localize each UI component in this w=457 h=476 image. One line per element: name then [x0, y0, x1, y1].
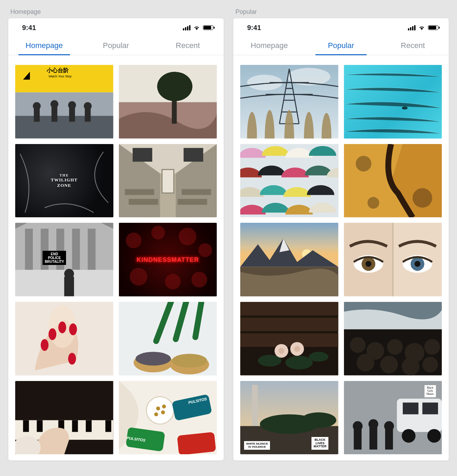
svg-point-39: [198, 244, 212, 257]
svg-rect-19: [162, 169, 174, 193]
grid-homepage: 小心台阶 Watch Your Step: [8, 55, 224, 456]
svg-point-127: [301, 412, 336, 428]
tile-red-nails-glass[interactable]: [15, 302, 113, 375]
status-time: 9:41: [247, 24, 261, 32]
wifi-icon: [193, 25, 200, 30]
svg-rect-25: [184, 148, 203, 162]
tile-roses-dark-wall[interactable]: [240, 302, 338, 375]
tab-recent[interactable]: Recent: [377, 37, 449, 55]
svg-point-48: [69, 323, 77, 335]
svg-point-36: [125, 233, 141, 248]
svg-point-111: [294, 346, 300, 352]
svg-point-114: [350, 337, 365, 353]
status-bar: 9:41: [233, 18, 449, 37]
svg-point-87: [412, 188, 432, 208]
signal-icon: [408, 25, 416, 30]
svg-rect-23: [178, 199, 207, 204]
neon-text: KINDNESSMATTER: [137, 256, 199, 263]
screen-label-homepage: Homepage: [10, 8, 224, 16]
tile-two-eyes[interactable]: [344, 223, 442, 296]
tile-palm-bowls[interactable]: [119, 302, 217, 375]
svg-rect-64: [86, 420, 92, 432]
svg-point-46: [48, 328, 56, 340]
svg-point-72: [162, 404, 166, 408]
svg-point-119: [356, 354, 374, 371]
svg-point-118: [424, 339, 440, 355]
tile-turquoise-water[interactable]: [344, 65, 442, 139]
svg-rect-61: [37, 420, 43, 432]
protest-sign: END POLICE BRUTALITY: [43, 251, 66, 265]
svg-rect-28: [25, 229, 33, 270]
svg-rect-135: [354, 428, 362, 449]
svg-point-106: [285, 356, 313, 370]
svg-point-45: [41, 339, 49, 351]
svg-point-120: [380, 356, 398, 373]
svg-point-14: [157, 72, 192, 101]
tile-mountain-sunset[interactable]: [240, 223, 338, 296]
svg-point-88: [367, 197, 379, 209]
svg-rect-63: [72, 420, 78, 432]
tab-homepage[interactable]: Homepage: [233, 37, 305, 55]
svg-point-57: [172, 354, 207, 368]
svg-rect-21: [129, 199, 158, 204]
tab-homepage[interactable]: Homepage: [8, 37, 80, 55]
tile-piano-hands[interactable]: [15, 381, 113, 455]
caption-cn: 小心台阶: [47, 67, 69, 74]
svg-point-116: [387, 339, 402, 355]
svg-rect-60: [23, 420, 29, 432]
svg-rect-75: [177, 432, 216, 454]
tile-protest-end-brutality[interactable]: END POLICE BRUTALITY: [15, 223, 113, 296]
tile-neon-kindness[interactable]: KINDNESSMATTER: [119, 223, 217, 296]
svg-rect-103: [240, 317, 338, 331]
svg-point-47: [58, 322, 66, 333]
tile-rusty-rock[interactable]: [344, 144, 442, 218]
svg-rect-102: [240, 302, 338, 316]
protest-sign-1: WHITE SILENCE IS VIOLENCE: [244, 441, 270, 450]
svg-rect-2: [15, 116, 113, 138]
tab-popular[interactable]: Popular: [305, 37, 377, 55]
svg-point-86: [356, 156, 371, 171]
svg-point-96: [365, 261, 371, 267]
svg-rect-22: [181, 189, 211, 195]
svg-rect-20: [125, 189, 154, 195]
svg-point-133: [427, 429, 441, 442]
grid-popular: WHITE SILENCE IS VIOLENCE BLACK LIVES MA…: [233, 55, 449, 456]
phone-frame-homepage: 9:41 Homepage Popular Recent: [8, 18, 224, 460]
tile-canyon-tree[interactable]: [119, 65, 217, 139]
status-bar: 9:41: [8, 18, 224, 37]
tile-empty-train[interactable]: [119, 144, 217, 218]
tab-recent[interactable]: Recent: [152, 37, 224, 55]
svg-rect-139: [385, 428, 393, 449]
svg-point-132: [402, 429, 416, 442]
tab-popular[interactable]: Popular: [80, 37, 152, 55]
svg-point-68: [146, 397, 174, 424]
tile-pulsitos-snacks[interactable]: PULSITOS PULSITOS: [119, 381, 217, 455]
tile-rocky-shore-wave[interactable]: [344, 302, 442, 375]
svg-point-110: [279, 348, 285, 354]
tab-bar: Homepage Popular Recent: [233, 37, 449, 55]
svg-rect-130: [403, 402, 418, 414]
svg-rect-131: [422, 402, 438, 414]
screen-label-popular: Popular: [235, 8, 449, 16]
protest-sign: Black Girls Matter: [425, 385, 436, 397]
svg-rect-104: [240, 333, 338, 347]
svg-point-71: [154, 412, 158, 416]
tab-bar: Homepage Popular Recent: [8, 37, 224, 55]
svg-rect-24: [132, 148, 152, 162]
signal-icon: [183, 25, 190, 30]
tile-protest-suv[interactable]: Black Girls Matter: [344, 381, 442, 455]
svg-point-122: [422, 357, 438, 372]
tile-twilight-zone[interactable]: THE TWILIGHT ZONE: [15, 144, 113, 218]
tile-colorful-umbrellas[interactable]: [240, 144, 338, 218]
battery-icon: [203, 25, 213, 30]
tile-watch-your-step[interactable]: 小心台阶 Watch Your Step: [15, 65, 113, 139]
status-time: 9:41: [22, 24, 36, 32]
svg-point-121: [402, 358, 419, 375]
tile-protest-blm[interactable]: WHITE SILENCE IS VIOLENCE BLACK LIVES MA…: [240, 381, 338, 455]
caption-twilight: THE TWILIGHT ZONE: [51, 173, 77, 188]
tile-power-tower[interactable]: [240, 65, 338, 139]
svg-point-41: [165, 274, 180, 289]
phone-frame-popular: 9:41 Homepage Popular Recent: [233, 18, 449, 460]
wifi-icon: [418, 25, 425, 30]
svg-rect-32: [88, 229, 96, 270]
